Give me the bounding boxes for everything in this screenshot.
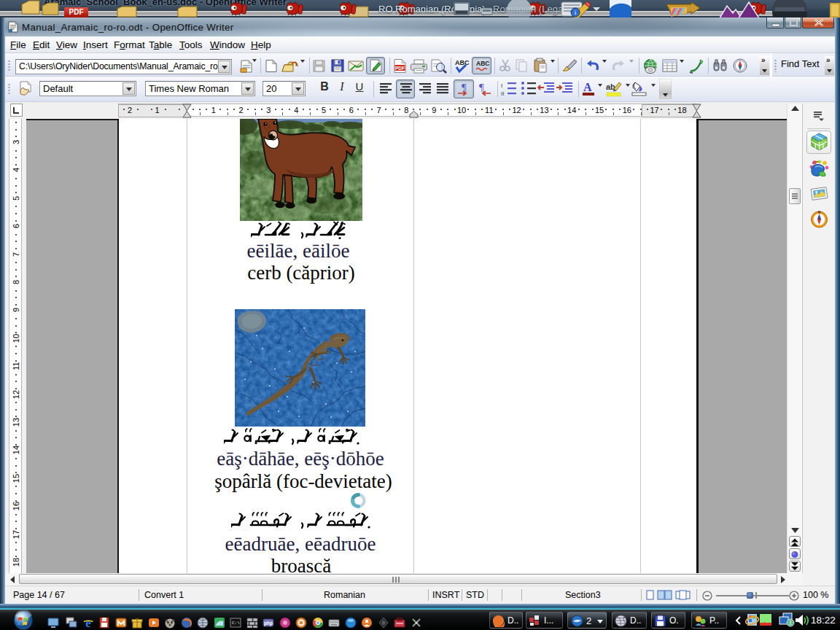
svg-text:C:\: C:\ (232, 621, 240, 626)
svg-text:N: N (818, 210, 821, 214)
svg-text:PDF: PDF (395, 66, 405, 71)
svg-text:ABC: ABC (455, 59, 470, 66)
svg-text:ABC: ABC (476, 60, 489, 67)
svg-text:I: I (501, 82, 502, 89)
svg-text:e: e (85, 617, 91, 629)
svg-text:»: » (826, 56, 831, 64)
svg-text:»: » (761, 56, 766, 64)
svg-text:¶: ¶ (479, 82, 484, 93)
svg-text:php: php (264, 621, 273, 626)
svg-text:A: A (583, 81, 592, 93)
svg-text:II: II (501, 90, 504, 97)
